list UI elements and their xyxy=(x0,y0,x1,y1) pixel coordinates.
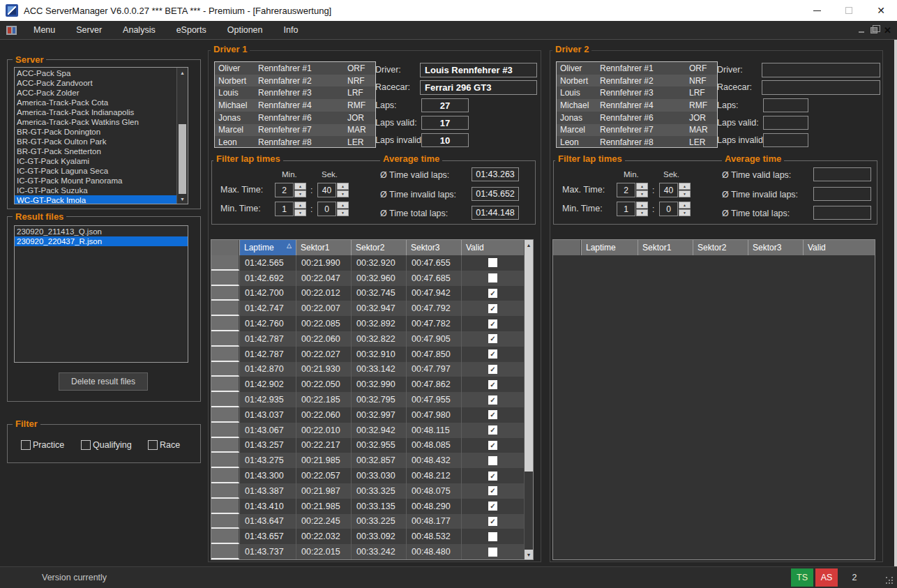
valid-checkbox[interactable] xyxy=(488,258,497,267)
valid-checkbox[interactable] xyxy=(488,273,497,282)
roster-row[interactable]: OliverRennfahrer #1ORF xyxy=(215,62,375,75)
valid-checkbox[interactable] xyxy=(488,532,497,541)
maximize-button[interactable] xyxy=(833,0,865,21)
column-header-sektor2[interactable]: Sektor2 xyxy=(693,240,748,255)
spin-down-icon[interactable]: ▼ xyxy=(337,190,349,197)
scrollbar-thumb[interactable] xyxy=(179,124,186,194)
column-header-sektor3[interactable]: Sektor3 xyxy=(406,240,461,255)
row-header-cell[interactable] xyxy=(211,255,239,271)
column-header-laptime[interactable]: Laptime xyxy=(581,240,638,255)
roster-row[interactable]: LouisRennfehrer #3LRF xyxy=(557,86,717,99)
max-time-sek-spinner[interactable]: 40 ▲▼ xyxy=(317,183,349,197)
valid-checkbox[interactable] xyxy=(488,456,497,465)
menu-item-analysis[interactable]: Analysis xyxy=(112,21,166,39)
spin-up-icon[interactable]: ▲ xyxy=(337,202,349,209)
list-item[interactable]: IC-GT-Pack Suzuka xyxy=(15,186,176,195)
valid-checkbox[interactable] xyxy=(488,548,497,557)
delete-result-files-button[interactable]: Delete result files xyxy=(59,372,148,391)
min-time-sek-spinner[interactable]: 0 ▲▼ xyxy=(659,202,691,216)
valid-checkbox[interactable]: ✓ xyxy=(488,502,497,511)
spin-down-icon[interactable]: ▼ xyxy=(636,209,648,216)
row-header-cell[interactable] xyxy=(211,316,239,331)
min-time-min-spinner[interactable]: 1 ▲▼ xyxy=(275,202,307,216)
resize-grip[interactable] xyxy=(886,577,894,585)
row-header-cell[interactable] xyxy=(211,468,239,483)
row-header-cell[interactable] xyxy=(211,377,239,392)
min-time-sek-spinner[interactable]: 0 ▲▼ xyxy=(317,202,349,216)
spin-up-icon[interactable]: ▲ xyxy=(294,183,306,190)
practice-checkbox[interactable]: Practice xyxy=(21,440,64,450)
roster-row[interactable]: JonasRennfahrer #6JOR xyxy=(557,112,717,124)
list-item[interactable]: America-Track-Pack Indianapolis xyxy=(15,107,176,117)
server-list-scrollbar[interactable]: ▲ ▼ xyxy=(176,68,188,204)
scroll-up-icon[interactable]: ▲ xyxy=(525,240,533,250)
column-header-laptime[interactable]: Laptime△ xyxy=(239,240,296,255)
list-item[interactable]: ACC-Pack Spa xyxy=(15,68,176,78)
lap-table-scrollbar[interactable]: ▲ ▼ xyxy=(524,240,533,559)
column-header-valid[interactable]: Valid xyxy=(461,240,524,255)
lap-row[interactable]: 01:42.78700:22.02700:32.91000:47.850✓ xyxy=(211,347,524,362)
column-header-sektor1[interactable]: Sektor1 xyxy=(296,240,351,255)
row-header-cell[interactable] xyxy=(211,423,239,438)
close-button[interactable]: ✕ xyxy=(865,0,897,21)
scroll-up-icon[interactable]: ▲ xyxy=(177,68,188,77)
max-time-min-spinner[interactable]: 2 ▲▼ xyxy=(617,183,649,197)
lap-row[interactable]: 01:42.90200:22.05000:32.99000:47.862✓ xyxy=(211,377,524,392)
list-item[interactable]: 230920_211413_Q.json xyxy=(15,227,188,236)
valid-checkbox[interactable]: ✓ xyxy=(488,441,497,450)
valid-checkbox[interactable]: ✓ xyxy=(488,334,497,343)
roster-row[interactable]: NorbertRennfahrer #2NRF xyxy=(557,75,717,87)
roster-row[interactable]: NorbertRennfahrer #2NRF xyxy=(215,75,375,87)
spin-down-icon[interactable]: ▼ xyxy=(679,190,691,197)
roster-row[interactable]: LouisRennfehrer #3LRF xyxy=(215,86,375,99)
mdi-close-button[interactable]: ✕ xyxy=(884,25,891,36)
lap-row[interactable]: 01:43.65700:22.03200:33.09200:48.532 xyxy=(211,529,524,544)
row-header-cell[interactable] xyxy=(211,347,239,362)
lap-row[interactable]: 01:42.78700:22.06000:32.82200:47.905✓ xyxy=(211,331,524,347)
row-header-cell[interactable] xyxy=(211,483,239,499)
valid-checkbox[interactable]: ✓ xyxy=(488,395,497,405)
spin-down-icon[interactable]: ▼ xyxy=(294,190,306,197)
lap-row[interactable]: 01:43.06700:22.01000:32.94200:48.115✓ xyxy=(211,423,524,438)
roster-row[interactable]: MarcelRennfehrer #7MAR xyxy=(557,124,717,137)
roster-row[interactable]: LeonRennfahrer #8LER xyxy=(215,136,375,148)
lap-row[interactable]: 01:42.76000:22.08500:32.89200:47.782✓ xyxy=(211,316,524,331)
scrollbar-thumb[interactable] xyxy=(525,250,533,472)
lap-row[interactable]: 01:43.73700:22.01500:33.24200:48.480 xyxy=(211,544,524,559)
valid-checkbox[interactable]: ✓ xyxy=(488,517,497,526)
qualifying-checkbox[interactable]: Qualifying xyxy=(81,440,132,450)
column-header-sektor1[interactable]: Sektor1 xyxy=(638,240,693,255)
roster-row[interactable]: MichaelRennfahrer #4RMF xyxy=(215,99,375,112)
valid-checkbox[interactable]: ✓ xyxy=(488,380,497,389)
row-header-cell[interactable] xyxy=(211,331,239,347)
lap-row[interactable]: 01:42.87000:21.93000:33.14200:47.797✓ xyxy=(211,362,524,377)
list-item[interactable]: IC-GT-Pack Laguna Seca xyxy=(15,166,176,176)
checkbox-icon[interactable] xyxy=(21,440,31,450)
list-item[interactable]: BR-GT-Pack Snetterton xyxy=(15,146,176,156)
spin-up-icon[interactable]: ▲ xyxy=(337,183,349,190)
scroll-down-icon[interactable]: ▼ xyxy=(525,550,533,559)
mdi-restore-button[interactable] xyxy=(870,27,877,33)
spin-up-icon[interactable]: ▲ xyxy=(636,183,648,190)
list-item[interactable]: 230920_220437_R.json xyxy=(15,236,188,246)
list-item[interactable]: IC-GT-Pack Kyalami xyxy=(15,156,176,166)
spin-up-icon[interactable]: ▲ xyxy=(679,183,691,190)
lap-row[interactable]: 01:43.25700:22.21700:32.95500:48.085✓ xyxy=(211,438,524,453)
row-header-cell[interactable] xyxy=(211,529,239,544)
row-header-cell[interactable] xyxy=(211,453,239,468)
column-header-valid[interactable]: Valid xyxy=(803,240,875,255)
menu-item-esports[interactable]: eSports xyxy=(166,21,217,39)
mdi-minimize-button[interactable] xyxy=(859,31,864,33)
max-time-sek-spinner[interactable]: 40 ▲▼ xyxy=(659,183,691,197)
menu-item-menu[interactable]: Menu xyxy=(23,21,66,39)
lap-row[interactable]: 01:43.41000:21.98500:33.13500:48.290✓ xyxy=(211,499,524,514)
row-header-cell[interactable] xyxy=(211,271,239,286)
menu-item-info[interactable]: Info xyxy=(273,21,308,39)
roster-row[interactable]: JonasRennfahrer #6JOR xyxy=(215,112,375,124)
spin-up-icon[interactable]: ▲ xyxy=(679,202,691,209)
lap-row[interactable]: 01:42.74700:22.00700:32.94700:47.792✓ xyxy=(211,301,524,316)
list-item[interactable]: WC-GT-Pack Imola xyxy=(15,195,176,204)
as-status-badge[interactable]: AS xyxy=(815,568,838,587)
race-checkbox[interactable]: Race xyxy=(148,440,180,450)
lap-row[interactable]: 01:43.03700:22.06000:32.99700:47.980✓ xyxy=(211,407,524,423)
